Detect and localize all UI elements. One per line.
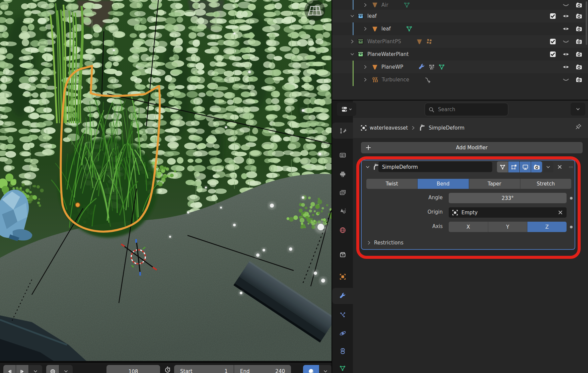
display-edit-mode-toggle[interactable] <box>508 161 519 172</box>
modifier-name-field[interactable]: SimpleDeform <box>378 162 492 172</box>
deform-mode-stretch[interactable]: Stretch <box>520 179 571 189</box>
outliner-item-label[interactable]: Air <box>381 2 388 8</box>
outliner-row-leaf[interactable]: leaf <box>332 10 588 22</box>
display-render-toggle[interactable] <box>531 161 542 172</box>
outliner-panel: AirleafleafWaterPlantPSPlaneWaterPlantPl… <box>332 0 588 100</box>
disable-render-camera-icon[interactable] <box>575 1 583 9</box>
editor-divider[interactable] <box>332 100 588 100</box>
tab-constraints[interactable] <box>332 343 353 359</box>
eye-closed-icon[interactable] <box>562 1 570 9</box>
tab-data[interactable] <box>332 360 353 373</box>
exclude-checkbox[interactable] <box>549 51 557 58</box>
outliner-item-label[interactable]: WaterPlantPS <box>367 39 401 45</box>
chevron-right-icon[interactable] <box>363 77 368 82</box>
deform-mode-taper[interactable]: Taper <box>469 179 520 189</box>
hide-viewport-eye-icon[interactable] <box>562 25 570 32</box>
search-input[interactable] <box>437 106 492 113</box>
restrictions-subpanel[interactable]: Restrictions <box>366 240 403 246</box>
outliner-item-label[interactable]: Turbulence <box>382 77 409 83</box>
tab-render[interactable] <box>332 147 353 163</box>
pin-icon[interactable] <box>575 123 582 130</box>
deform-mode-bend[interactable]: Bend <box>418 179 468 189</box>
axis-y-button[interactable]: Y <box>488 222 527 232</box>
editor-divider[interactable] <box>332 0 332 373</box>
eye-closed-icon[interactable] <box>562 38 570 45</box>
disable-render-camera-icon[interactable] <box>575 63 583 71</box>
outliner-row-leaf[interactable]: leaf <box>332 22 588 35</box>
disable-render-camera-icon[interactable] <box>575 38 583 45</box>
outliner-row-waterplantps[interactable]: WaterPlantPS <box>332 35 588 48</box>
eye-closed-icon[interactable] <box>562 76 570 83</box>
disable-render-camera-icon[interactable] <box>575 76 583 83</box>
modifier-extras-dropdown[interactable] <box>543 161 553 172</box>
current-frame-field[interactable]: 108 <box>106 365 160 373</box>
keying-dropdown[interactable] <box>59 365 73 373</box>
mesh-data-icon <box>339 365 346 372</box>
chevron-down-icon[interactable] <box>350 52 355 57</box>
axis-x-button[interactable]: X <box>449 222 488 232</box>
tab-world[interactable] <box>332 222 353 238</box>
disable-render-camera-icon[interactable] <box>575 12 583 20</box>
outliner-row-planewaterplant[interactable]: PlaneWaterPlant <box>332 48 588 61</box>
chevron-right-icon[interactable] <box>363 2 368 8</box>
particles-tab-icon <box>339 311 346 318</box>
outliner-row-turbulence[interactable]: Turbulence <box>332 73 588 86</box>
outliner-item-label[interactable]: leaf <box>367 13 377 19</box>
chevron-right-icon[interactable] <box>363 26 368 31</box>
display-realtime-toggle[interactable] <box>520 161 531 172</box>
chevron-down-icon[interactable] <box>350 13 355 19</box>
chevron-right-icon[interactable] <box>363 64 368 70</box>
tab-object[interactable] <box>332 269 353 285</box>
tab-particles[interactable] <box>332 307 353 323</box>
exclude-checkbox[interactable] <box>549 38 557 45</box>
editor-type-button[interactable] <box>337 102 356 116</box>
hide-viewport-eye-icon[interactable] <box>562 51 570 58</box>
axis-z-button[interactable]: Z <box>527 222 567 232</box>
search-box[interactable] <box>425 103 508 116</box>
modifier-delete-button[interactable] <box>555 161 565 172</box>
origin-object-field[interactable]: Empty <box>449 207 567 218</box>
tab-scene[interactable] <box>332 203 353 219</box>
deform-mode-twist[interactable]: Twist <box>366 179 417 189</box>
angle-slider[interactable]: 233° <box>449 193 567 203</box>
outliner-row-air[interactable]: Air <box>332 0 588 10</box>
header-dropdown-button[interactable] <box>571 103 585 116</box>
angle-animate-dot[interactable] <box>570 197 573 200</box>
exclude-checkbox[interactable] <box>549 12 557 20</box>
hide-viewport-eye-icon[interactable] <box>562 12 570 20</box>
scene-sphere-button[interactable] <box>303 365 319 373</box>
breadcrumb-object[interactable]: waterleavesset <box>370 125 408 131</box>
jump-next-keyframe-button[interactable] <box>16 365 28 373</box>
modifier-drag-handle[interactable] <box>566 161 576 172</box>
breadcrumb-modifier[interactable]: SimpleDeform <box>429 125 464 131</box>
outliner-row-planewp[interactable]: PlaneWP <box>332 61 588 73</box>
expand-chevron-icon[interactable] <box>365 164 370 170</box>
3d-viewport[interactable] <box>0 0 332 361</box>
auto-key-button[interactable] <box>46 365 59 373</box>
outliner-item-label[interactable]: leaf <box>381 26 391 32</box>
tab-modifiers[interactable] <box>332 288 353 304</box>
disable-render-camera-icon[interactable] <box>575 25 583 32</box>
outliner-scrollbar[interactable] <box>586 1 587 45</box>
hide-viewport-eye-icon[interactable] <box>562 63 570 71</box>
tab-physics[interactable] <box>332 325 353 341</box>
angle-label: Angle <box>428 195 443 201</box>
outliner-item-label[interactable]: PlaneWP <box>381 64 403 70</box>
end-frame-field[interactable]: End240 <box>234 365 291 373</box>
hierarchy-bar <box>353 73 354 86</box>
disable-render-camera-icon[interactable] <box>575 51 583 58</box>
start-frame-field[interactable]: Start1 <box>174 365 234 373</box>
add-modifier-button[interactable]: Add Modifier <box>361 142 583 153</box>
tab-tool[interactable] <box>332 123 353 139</box>
axis-animate-dot[interactable] <box>570 226 573 228</box>
jump-prev-keyframe-button[interactable] <box>3 365 16 373</box>
chevron-right-icon[interactable] <box>350 39 355 44</box>
tab-output[interactable] <box>332 166 353 182</box>
clear-origin-icon[interactable] <box>557 209 564 216</box>
tab-view-layer[interactable] <box>332 184 353 201</box>
scene-dropdown[interactable] <box>319 365 332 373</box>
playback-dropdown[interactable] <box>29 365 42 373</box>
display-on-cage-toggle[interactable] <box>497 161 508 172</box>
outliner-item-label[interactable]: PlaneWaterPlant <box>367 51 409 57</box>
tab-collection[interactable] <box>332 246 353 263</box>
